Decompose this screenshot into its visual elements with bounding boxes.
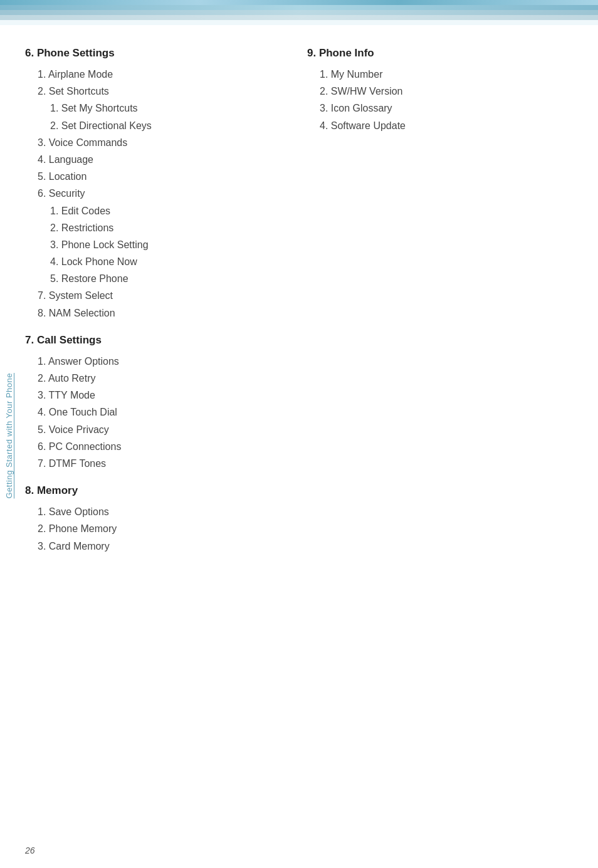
list-item: 1. Save Options <box>25 503 276 520</box>
list-item: 1. My Number <box>307 66 585 83</box>
list-item: 3. TTY Mode <box>25 387 276 404</box>
list-item: 2. Auto Retry <box>25 370 276 387</box>
list-item: 2. Set Shortcuts <box>25 83 276 100</box>
list-item: 6. Security <box>25 185 276 202</box>
page-number: 26 <box>25 845 35 855</box>
header-bar-1 <box>0 0 598 5</box>
list-item: 8. NAM Selection <box>25 305 276 322</box>
list-item: 1. Answer Options <box>25 353 276 370</box>
list-item: 7. DTMF Tones <box>25 455 276 472</box>
section-header-phone-info: 9. Phone Info <box>307 47 585 60</box>
header-bar-5 <box>0 20 598 25</box>
list-item: 5. Voice Privacy <box>25 421 276 438</box>
list-item: 2. Set Directional Keys <box>25 117 276 134</box>
header-bar-2 <box>0 5 598 10</box>
header-bar-4 <box>0 15 598 20</box>
menu-list-call-settings: 1. Answer Options2. Auto Retry3. TTY Mod… <box>25 353 276 472</box>
list-item: 4. Language <box>25 151 276 168</box>
list-item: 7. System Select <box>25 287 276 304</box>
list-item: 4. Lock Phone Now <box>25 253 276 270</box>
header-bar-3 <box>0 10 598 15</box>
right-column: 9. Phone Info1. My Number2. SW/HW Versio… <box>288 47 585 555</box>
list-item: 5. Location <box>25 168 276 185</box>
list-item: 6. PC Connections <box>25 438 276 455</box>
list-item: 1. Set My Shortcuts <box>25 100 276 117</box>
section-header-phone-settings: 6. Phone Settings <box>25 47 276 60</box>
list-item: 2. SW/HW Version <box>307 83 585 100</box>
list-item: 1. Edit Codes <box>25 202 276 219</box>
list-item: 3. Voice Commands <box>25 134 276 151</box>
menu-list-memory: 1. Save Options2. Phone Memory3. Card Me… <box>25 503 276 555</box>
list-item: 3. Card Memory <box>25 538 276 555</box>
menu-list-phone-info: 1. My Number2. SW/HW Version3. Icon Glos… <box>307 66 585 134</box>
list-item: 4. One Touch Dial <box>25 404 276 421</box>
list-item: 2. Phone Memory <box>25 520 276 537</box>
list-item: 2. Restrictions <box>25 219 276 236</box>
list-item: 3. Icon Glossary <box>307 100 585 117</box>
left-column: 6. Phone Settings1. Airplane Mode2. Set … <box>25 47 288 555</box>
sidebar-label: Getting Started with Your Phone <box>4 373 14 499</box>
menu-list-phone-settings: 1. Airplane Mode2. Set Shortcuts1. Set M… <box>25 66 276 322</box>
list-item: 1. Airplane Mode <box>25 66 276 83</box>
section-header-call-settings: 7. Call Settings <box>25 334 276 347</box>
section-header-memory: 8. Memory <box>25 484 276 497</box>
sidebar: Getting Started with Your Phone <box>0 28 18 843</box>
list-item: 4. Software Update <box>307 117 585 134</box>
list-item: 3. Phone Lock Setting <box>25 236 276 253</box>
list-item: 5. Restore Phone <box>25 270 276 287</box>
main-content: 6. Phone Settings1. Airplane Mode2. Set … <box>25 47 585 592</box>
header-decoration <box>0 0 598 28</box>
